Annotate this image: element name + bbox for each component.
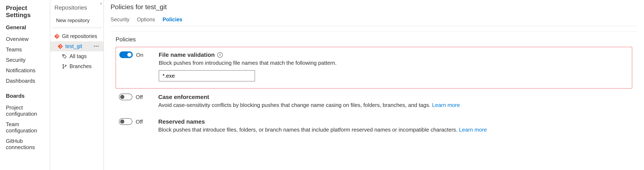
collapse-sidebar-icon[interactable]: ‹ <box>100 1 102 6</box>
svg-point-0 <box>63 55 64 56</box>
toggle-state-label: Off <box>136 118 143 125</box>
main-title: Policies for test_git <box>110 3 637 11</box>
svg-point-2 <box>63 68 64 69</box>
git-icon <box>54 34 60 39</box>
svg-point-3 <box>65 65 66 66</box>
policy-title-text: File name validation <box>159 51 215 58</box>
policy-description: Block pushes that introduce files, folde… <box>158 127 629 133</box>
info-icon[interactable]: i <box>217 52 223 57</box>
tag-icon <box>62 54 67 59</box>
tab-policies[interactable]: Policies <box>163 15 182 26</box>
project-settings-sidebar: Project Settings General Overview Teams … <box>0 0 50 170</box>
toggle-state-label: Off <box>136 94 143 100</box>
nav-overview[interactable]: Overview <box>6 34 44 44</box>
tree-branches[interactable]: Branches <box>50 61 104 72</box>
tab-security[interactable]: Security <box>110 15 130 26</box>
learn-more-link[interactable]: Learn more <box>432 102 460 108</box>
repositories-heading: Repositories <box>50 2 104 15</box>
nav-github-connections[interactable]: GitHub connections <box>6 136 44 153</box>
nav-dashboards[interactable]: Dashboards <box>6 76 44 86</box>
tree-root-label: Git repositories <box>62 33 101 39</box>
toggle-reserved-names[interactable] <box>119 118 132 125</box>
nav-teams[interactable]: Teams <box>6 44 44 55</box>
tab-options[interactable]: Options <box>137 15 155 26</box>
toggle-file-name-validation[interactable] <box>119 51 133 58</box>
toggle-case-enforcement[interactable] <box>119 93 132 100</box>
section-heading-general: General <box>6 24 44 30</box>
policy-reserved-names: Off Reserved names Block pushes that int… <box>116 113 632 138</box>
repositories-sidebar: ‹ Repositories New repository Git reposi… <box>50 0 104 170</box>
repo-tree: Git repositories test_git ··· All tags B… <box>50 31 104 72</box>
page-title: Project Settings <box>6 4 44 18</box>
main-content: Policies for test_git Security Options P… <box>104 0 644 170</box>
svg-point-1 <box>63 64 64 65</box>
tree-all-tags-label: All tags <box>70 53 101 59</box>
tree-repo-label: test_git <box>65 43 90 49</box>
policies-heading: Policies <box>116 36 632 43</box>
policy-file-name-validation: On File name validation i Block pushes f… <box>116 47 632 88</box>
policy-description: Block pushes from introducing file names… <box>159 60 628 66</box>
more-actions-icon[interactable]: ··· <box>92 43 101 49</box>
section-heading-boards: Boards <box>6 93 44 99</box>
nav-team-configuration[interactable]: Team configuration <box>6 119 44 136</box>
new-repository-link[interactable]: New repository <box>52 15 102 28</box>
tree-repo-test-git[interactable]: test_git ··· <box>50 41 104 51</box>
tree-all-tags[interactable]: All tags <box>50 51 104 61</box>
policy-case-enforcement: Off Case enforcement Avoid case-sensitiv… <box>116 88 632 113</box>
file-name-pattern-input[interactable] <box>159 70 255 82</box>
toggle-state-label: On <box>136 52 144 58</box>
branch-icon <box>62 64 67 69</box>
learn-more-link[interactable]: Learn more <box>459 127 487 133</box>
tabs: Security Options Policies <box>110 15 637 26</box>
git-icon <box>58 44 63 49</box>
policy-title-text: Case enforcement <box>158 93 209 100</box>
tree-branches-label: Branches <box>70 64 101 69</box>
nav-notifications[interactable]: Notifications <box>6 65 44 76</box>
policy-description: Avoid case-sensitivity conflicts by bloc… <box>158 102 629 108</box>
tree-root-git-repositories[interactable]: Git repositories <box>50 31 104 41</box>
policy-title-text: Reserved names <box>158 118 205 125</box>
policies-panel: Policies On File name validation i Block… <box>110 31 637 138</box>
nav-project-configuration[interactable]: Project configuration <box>6 102 44 119</box>
nav-security[interactable]: Security <box>6 55 44 65</box>
